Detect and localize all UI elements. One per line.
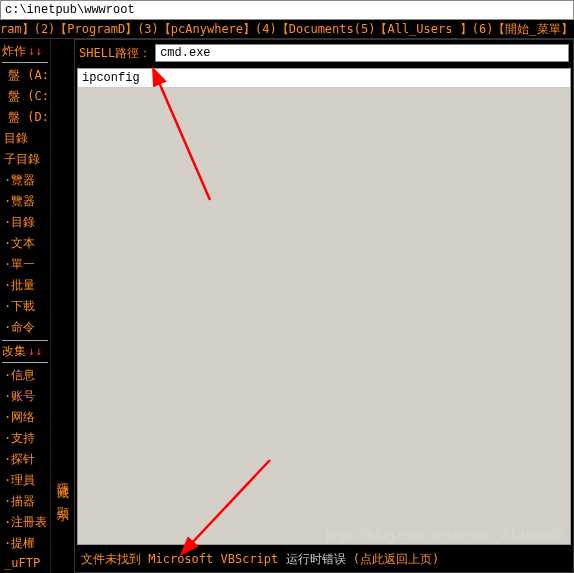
terminal-output[interactable]: ipconfig — [77, 68, 571, 545]
sidebar-item[interactable]: 目錄 — [2, 128, 48, 149]
sidebar-item[interactable]: ·探针 — [2, 449, 48, 470]
divider — [2, 340, 48, 341]
divider — [2, 362, 48, 363]
sidebar-item[interactable]: ·注冊表 — [2, 512, 48, 533]
sidebar-item[interactable]: ·下載 — [2, 296, 48, 317]
divider — [2, 62, 48, 63]
sidebar-item[interactable]: ·网络 — [2, 407, 48, 428]
sidebar-item[interactable]: ·單一 — [2, 254, 48, 275]
command-text: ipconfig — [82, 71, 140, 85]
sidebar-item[interactable]: ·覽器 — [2, 191, 48, 212]
drive-a[interactable]: 盤 (A:) — [2, 65, 48, 86]
error-msvbs: Microsoft VBScript — [148, 552, 285, 566]
sidebar-item[interactable]: ·账号 — [2, 386, 48, 407]
shell-path-input[interactable] — [155, 44, 569, 62]
error-runtime: 运行时错误 — [286, 552, 346, 566]
sidebar-item[interactable]: ·命令 — [2, 317, 48, 338]
sidebar-item[interactable]: ·支持 — [2, 428, 48, 449]
error-file-notfound: 文件未找到 — [81, 552, 141, 566]
sidebar-item[interactable]: ·信息 — [2, 365, 48, 386]
sidebar-head-collect: 改集↓↓ — [2, 343, 48, 360]
sidebar-item[interactable]: ·理員 — [2, 470, 48, 491]
sidebar-item[interactable]: ·提權 — [2, 533, 48, 554]
hide-toggle[interactable]: 隱藏 — [54, 473, 71, 481]
status-bar: 文件未找到 Microsoft VBScript 运行时错误 (点此返回上页) — [75, 547, 573, 572]
sidebar-item[interactable]: 子目錄 — [2, 149, 48, 170]
toggle-panel: 隱藏 顯示 — [50, 39, 74, 573]
sidebar-item[interactable]: ·目錄 — [2, 212, 48, 233]
sidebar-head-ops: 炸作↓↓ — [2, 43, 48, 60]
sidebar-item[interactable]: _uFTP — [2, 554, 48, 572]
shell-path-label: SHELL路徑： — [79, 45, 151, 62]
drive-c[interactable]: 盤 (C:) — [2, 86, 48, 107]
sidebar-item[interactable]: ·覽器 — [2, 170, 48, 191]
sidebar-item[interactable]: ·文本 — [2, 233, 48, 254]
drive-d[interactable]: 盤 (D:) — [2, 107, 48, 128]
tab-strip[interactable]: ram】(2)【ProgramD】(3)【pcAnywhere】(4)【Docu… — [0, 20, 574, 38]
path-text[interactable]: c:\inetpub\wwwroot — [5, 3, 135, 17]
down-arrow-icon: ↓↓ — [28, 44, 42, 58]
show-toggle[interactable]: 顯示 — [54, 497, 71, 505]
back-link[interactable]: (点此返回上页) — [353, 552, 439, 566]
sidebar: 炸作↓↓ 盤 (A:) 盤 (C:) 盤 (D:) 目錄 子目錄 ·覽器 ·覽器… — [0, 39, 50, 573]
sidebar-item[interactable]: ·描器 — [2, 491, 48, 512]
sidebar-item[interactable]: ·批量 — [2, 275, 48, 296]
tabs-text[interactable]: ram】(2)【ProgramD】(3)【pcAnywhere】(4)【Docu… — [0, 22, 574, 36]
down-arrow-icon: ↓↓ — [28, 344, 42, 358]
